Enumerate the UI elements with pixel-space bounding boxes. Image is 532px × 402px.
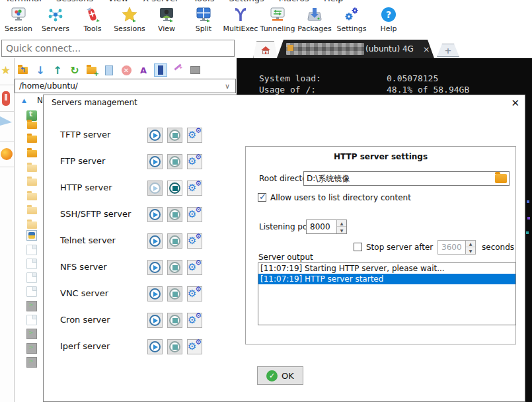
ftp-start-button[interactable] — [147, 154, 163, 169]
file-icon[interactable] — [26, 245, 37, 255]
menu-terminal[interactable]: Terminal — [5, 0, 42, 3]
upload-icon[interactable]: ↑ — [52, 64, 63, 76]
rename-icon[interactable]: A — [137, 64, 149, 76]
toolbar-servers-button[interactable]: Servers — [37, 5, 74, 38]
tab-close-icon[interactable]: × — [423, 44, 430, 54]
toolbar-sessions-button[interactable]: Sessions — [111, 5, 148, 38]
telnet-start-button[interactable] — [147, 233, 163, 249]
http-settings-button[interactable]: ⚙⚙ — [187, 181, 202, 196]
iperf-settings-button[interactable]: ⚙⚙ — [187, 339, 202, 354]
vnc-settings-button[interactable]: ⚙⚙ — [187, 286, 202, 302]
ok-button[interactable]: ✓ OK — [257, 366, 303, 385]
tftp-start-button[interactable] — [147, 128, 163, 143]
stop-after-checkbox[interactable] — [354, 243, 362, 251]
multiexec-icon — [231, 5, 250, 24]
spin-up-icon[interactable]: ▲ — [466, 241, 475, 247]
iperf-stop-button[interactable] — [167, 339, 182, 354]
http-stop-button[interactable] — [167, 181, 182, 196]
menu-tools[interactable]: Tools — [193, 0, 214, 3]
cron-stop-button[interactable] — [167, 313, 182, 328]
sshsftp-start-button[interactable] — [147, 207, 163, 222]
quick-connect-input[interactable] — [1, 40, 235, 57]
menu-help[interactable]: Help — [324, 0, 344, 3]
spin-down-icon[interactable]: ▼ — [466, 247, 475, 254]
pin-view-icon[interactable] — [155, 64, 167, 76]
file-icon[interactable] — [26, 259, 37, 269]
vnc-stop-button[interactable] — [167, 286, 182, 302]
menu-macros[interactable]: Macros — [279, 0, 309, 3]
ftp-settings-button[interactable]: ⚙⚙ — [187, 154, 202, 169]
magic-wand-icon[interactable]: ✦ — [172, 64, 184, 76]
script-file-icon[interactable] — [26, 329, 37, 339]
script-file-icon[interactable] — [26, 301, 37, 311]
folder-icon[interactable] — [26, 204, 37, 215]
file-icon[interactable] — [26, 272, 37, 283]
telnet-settings-button[interactable]: ⚙⚙ — [187, 233, 202, 249]
server-output-list[interactable]: [11:07:19] Starting HTTP server, please … — [258, 262, 516, 325]
telnet-stop-button[interactable] — [167, 233, 182, 249]
iperf-start-button[interactable] — [147, 339, 163, 354]
tftp-stop-button[interactable] — [167, 128, 182, 143]
sshsftp-settings-button[interactable]: ⚙⚙ — [187, 207, 202, 222]
script-file-icon[interactable] — [26, 357, 37, 368]
folder-icon[interactable] — [26, 147, 37, 158]
favorites-star-icon[interactable]: ★ — [1, 63, 11, 77]
folder-icon[interactable] — [26, 190, 37, 201]
toolbar-split-button[interactable]: Split — [185, 5, 222, 38]
nfs-settings-button[interactable]: ⚙⚙ — [187, 260, 202, 275]
python-file-icon[interactable] — [26, 230, 37, 241]
tools-knife-icon[interactable] — [2, 91, 10, 106]
allow-list-checkbox[interactable]: ✓ — [258, 193, 266, 202]
sshsftp-stop-button[interactable] — [167, 207, 182, 222]
home-tab[interactable] — [253, 41, 278, 58]
menu-settings[interactable]: Settings — [229, 0, 264, 3]
globe-icon[interactable] — [1, 148, 13, 160]
dialog-close-icon[interactable]: ✕ — [511, 97, 519, 109]
spin-up-icon[interactable]: ▲ — [337, 220, 346, 227]
folder-icon[interactable] — [26, 176, 37, 186]
toolbar-tunneling-button[interactable]: Tunneling — [259, 5, 296, 38]
paper-plane-icon[interactable] — [0, 116, 12, 126]
file-icon[interactable] — [26, 286, 37, 297]
toolbar-session-button[interactable]: Session — [0, 5, 37, 38]
nfs-start-button[interactable] — [147, 260, 163, 275]
toolbar-settings-button[interactable]: Settings — [333, 5, 370, 38]
folder-icon[interactable] — [26, 119, 37, 130]
menu-view[interactable]: View — [108, 0, 128, 3]
ftp-stop-button[interactable] — [167, 154, 182, 169]
menu-sessions[interactable]: Sessions — [56, 0, 93, 3]
cron-settings-button[interactable]: ⚙⚙ — [187, 313, 202, 328]
folder-icon[interactable] — [26, 162, 37, 173]
stop-after-label: Stop server after — [366, 243, 433, 252]
menu-xserver[interactable]: X server — [143, 0, 178, 3]
new-tab-button[interactable]: + — [437, 44, 459, 57]
toolbar-view-button[interactable]: View — [148, 5, 185, 38]
nfs-stop-button[interactable] — [167, 260, 182, 275]
refresh-icon[interactable]: ↻ — [69, 64, 81, 76]
active-session-tab[interactable]: (ubuntu) 4G × — [277, 40, 434, 58]
go-parent-folder-icon[interactable]: ↰ — [17, 64, 29, 76]
remote-path-combobox[interactable]: /home/ubuntu/ ∨ — [15, 79, 236, 93]
tftp-settings-button[interactable]: ⚙⚙ — [187, 128, 202, 143]
toolbar-multiexec-button[interactable]: MultiExec — [222, 5, 259, 38]
new-file-icon[interactable] — [103, 64, 115, 76]
vnc-start-button[interactable] — [147, 286, 163, 302]
folder-icon[interactable] — [26, 219, 37, 229]
cron-start-button[interactable] — [147, 313, 163, 328]
browse-folder-icon[interactable] — [495, 174, 507, 183]
delete-icon[interactable]: ✕ — [120, 64, 132, 76]
toolbar-help-button[interactable]: ? Help — [370, 5, 407, 38]
terminal-small-icon[interactable] — [189, 64, 201, 76]
listening-port-spinbox[interactable]: 8000 ▲ ▼ — [306, 220, 347, 234]
spin-down-icon[interactable]: ▼ — [337, 227, 346, 233]
folder-icon[interactable] — [26, 133, 37, 143]
output-line-selected[interactable]: [11:07:19] HTTP server started — [258, 274, 515, 284]
toolbar-packages-button[interactable]: Packages — [296, 5, 333, 38]
file-icon[interactable] — [26, 315, 37, 325]
output-line[interactable]: [11:07:19] Starting HTTP server, please … — [258, 263, 515, 274]
new-folder-icon[interactable]: + — [86, 64, 98, 76]
download-icon[interactable]: ↓ — [34, 64, 46, 76]
script-file-icon[interactable] — [26, 343, 37, 354]
toolbar-tools-button[interactable]: Tools — [74, 5, 111, 38]
root-directory-input[interactable]: D:\系统镜像 — [303, 171, 510, 186]
